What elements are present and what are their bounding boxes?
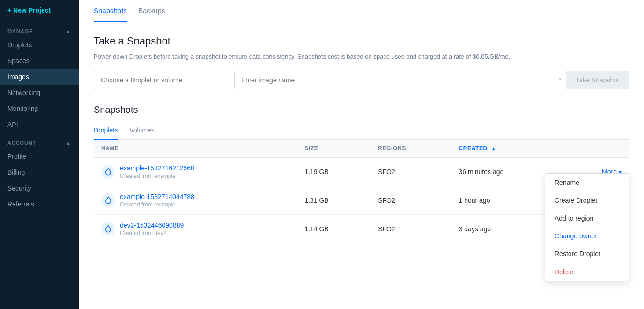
- dropdown-rename[interactable]: Rename: [545, 174, 629, 191]
- sidebar: + New Project MANAGE ▲ Droplets Spaces I…: [0, 0, 79, 309]
- sidebar-item-billing[interactable]: Billing: [0, 164, 79, 180]
- row-1-sub: Created from example: [120, 173, 194, 179]
- droplet-icon: [101, 222, 115, 236]
- col-header-name: Name: [94, 140, 297, 158]
- row-2-sub: Created from example: [120, 201, 194, 208]
- dropdown-restore-droplet[interactable]: Restore Droplet: [545, 245, 629, 263]
- sidebar-item-networking[interactable]: Networking: [0, 85, 79, 101]
- required-star: *: [554, 71, 566, 89]
- manage-section-header: MANAGE ▲: [0, 21, 79, 37]
- row-3-region: SFO2: [370, 214, 451, 243]
- row-2-region: SFO2: [370, 186, 451, 214]
- page-title: Take a Snapshot: [94, 35, 629, 47]
- sub-tab-droplets[interactable]: Droplets: [94, 122, 118, 140]
- droplet-icon: [101, 165, 115, 179]
- account-collapse-icon[interactable]: ▲: [66, 140, 71, 146]
- snapshots-section-title: Snapshots: [94, 104, 629, 115]
- sidebar-item-droplets[interactable]: Droplets: [0, 37, 79, 53]
- row-3-name-cell: dev2-1532446090889 Created from dev2: [94, 214, 297, 243]
- account-section-header: ACCOUNT ▲: [0, 132, 79, 148]
- new-project-button[interactable]: + New Project: [0, 0, 79, 21]
- snapshot-form: * Take Snapshot: [94, 71, 629, 89]
- tab-backups[interactable]: Backups: [138, 0, 165, 22]
- droplet-select-input[interactable]: [94, 71, 234, 89]
- row-1-name-cell: example-1532716212568 Created from examp…: [94, 157, 297, 186]
- sidebar-item-referrals[interactable]: Referrals: [0, 196, 79, 212]
- sub-tabs: Droplets Volumes: [94, 122, 629, 140]
- droplet-icon: [101, 193, 115, 207]
- more-dropdown-menu: Rename Create Droplet Add to region Chan…: [545, 173, 629, 281]
- sidebar-item-spaces[interactable]: Spaces: [0, 53, 79, 69]
- dropdown-change-owner[interactable]: Change owner: [545, 227, 629, 245]
- sort-arrow-icon: ▲: [491, 146, 496, 151]
- row-1-name[interactable]: example-1532716212568: [120, 164, 194, 172]
- col-header-size: Size: [297, 140, 370, 158]
- col-header-regions: Regions: [370, 140, 451, 158]
- image-name-input[interactable]: [234, 71, 554, 89]
- col-header-actions: [564, 140, 629, 158]
- table-header: Name Size Regions Created ▲: [94, 140, 629, 158]
- row-2-name-cell: example-1532714044788 Created from examp…: [94, 186, 297, 214]
- col-header-created[interactable]: Created ▲: [452, 140, 564, 158]
- dropdown-add-region[interactable]: Add to region: [545, 209, 629, 227]
- top-tabs: Snapshots Backups: [79, 0, 644, 22]
- sidebar-item-security[interactable]: Security: [0, 180, 79, 196]
- take-snapshot-button[interactable]: Take Snapshot: [566, 71, 629, 89]
- row-3-name[interactable]: dev2-1532446090889: [120, 221, 184, 229]
- row-1-region: SFO2: [370, 157, 451, 186]
- tab-snapshots[interactable]: Snapshots: [94, 0, 127, 22]
- dropdown-create-droplet[interactable]: Create Droplet: [545, 191, 629, 209]
- sidebar-item-api[interactable]: API: [0, 117, 79, 132]
- manage-collapse-icon[interactable]: ▲: [66, 29, 71, 34]
- sidebar-item-images[interactable]: Images: [0, 69, 79, 85]
- sidebar-item-profile[interactable]: Profile: [0, 148, 79, 164]
- snapshot-description: Power-down Droplets before taking a snap…: [94, 52, 629, 61]
- sidebar-item-monitoring[interactable]: Monitoring: [0, 101, 79, 117]
- dropdown-delete[interactable]: Delete: [545, 263, 629, 281]
- main-content: Snapshots Backups Take a Snapshot Power-…: [79, 0, 644, 309]
- row-3-sub: Created from dev2: [120, 230, 184, 236]
- row-3-size: 1.14 GB: [297, 214, 370, 243]
- row-1-size: 1.19 GB: [297, 157, 370, 186]
- sub-tab-volumes[interactable]: Volumes: [129, 122, 155, 140]
- row-2-name[interactable]: example-1532714044788: [120, 193, 194, 200]
- row-2-size: 1.31 GB: [297, 186, 370, 214]
